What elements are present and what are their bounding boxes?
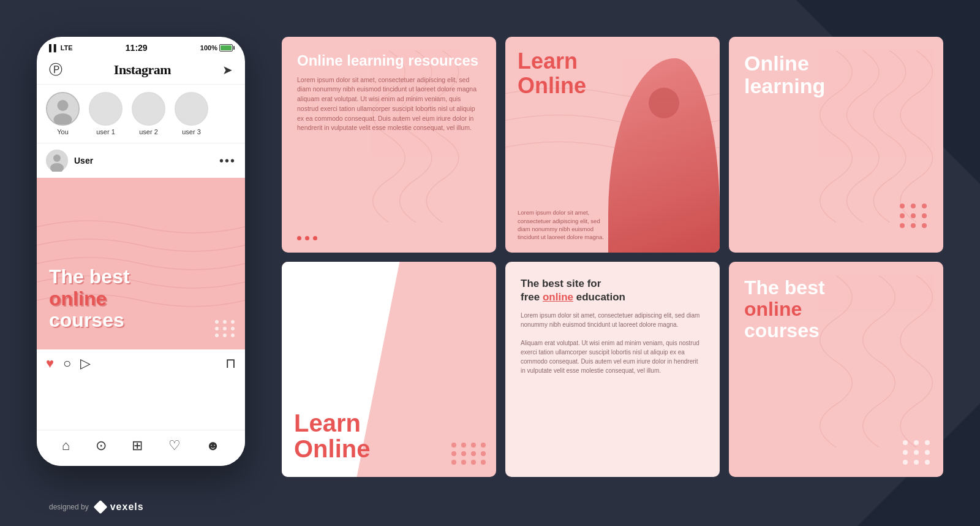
post-actions-left: ♥ ○ ▷ <box>46 356 91 372</box>
post-text-line1: The best <box>49 265 130 288</box>
card-best-online-courses: The best online courses <box>729 262 943 478</box>
vexels-diamond-icon <box>94 500 107 514</box>
dot-pattern <box>215 320 236 337</box>
card-best-site-education: The best site for free online education … <box>505 262 720 478</box>
card-learn-online-diagonal: Learn Online <box>282 262 496 478</box>
heart-nav-icon[interactable]: ♡ <box>168 438 181 454</box>
post-user-left: User <box>46 150 93 172</box>
vexels-branding: designed by vexels <box>49 500 144 514</box>
card-5-title-highlight: online <box>543 291 573 303</box>
send-icon[interactable]: ➤ <box>222 63 233 77</box>
designed-by-label: designed by <box>49 503 89 511</box>
instagram-header: Ⓟ Instagram ➤ <box>37 56 245 85</box>
post-username: User <box>74 156 93 166</box>
card-6-title-white1: The best <box>744 277 928 299</box>
vexels-text: vexels <box>110 501 144 513</box>
battery-indicator: 100% <box>200 44 233 51</box>
battery-fill <box>221 45 232 50</box>
story-label-user3: user 3 <box>182 128 201 135</box>
svg-rect-6 <box>94 500 107 514</box>
post-main-text: The best online courses <box>49 266 233 331</box>
post-actions: ♥ ○ ▷ ⊓ <box>37 349 245 378</box>
profile-icon[interactable]: ☻ <box>206 438 220 454</box>
post-user-avatar <box>46 150 68 172</box>
story-avatar-user2 <box>132 92 165 126</box>
card-5-title-part2: education <box>573 291 625 303</box>
stories-row: You user 1 user 2 user 3 <box>37 85 245 143</box>
card-6-title-red: online <box>744 299 928 320</box>
post-image: The best online courses <box>37 178 245 349</box>
card-learn-online-photo: Learn Online Lorem ipsum dolor sit amet,… <box>505 37 720 253</box>
like-icon[interactable]: ♥ <box>46 356 54 372</box>
home-icon[interactable]: ⌂ <box>62 438 70 454</box>
story-user2[interactable]: user 2 <box>132 92 165 135</box>
signal-indicator: ▌▌ LTE <box>49 44 73 51</box>
story-avatar-you <box>46 92 80 126</box>
svg-point-1 <box>58 100 69 111</box>
card-6-title: The best online courses <box>744 277 928 342</box>
phone-frame: ▌▌ LTE 11:29 100% Ⓟ Instagram ➤ <box>37 37 245 466</box>
story-avatar-user1 <box>89 92 123 126</box>
battery-icon <box>219 44 233 51</box>
card-3-title: Online learning <box>744 52 928 98</box>
phone-mockup: ▌▌ LTE 11:29 100% Ⓟ Instagram ➤ <box>37 37 257 478</box>
story-avatar-user3 <box>175 92 208 126</box>
instagram-logo: Instagram <box>114 62 171 78</box>
post-text-line3: courses <box>49 309 124 331</box>
bottom-navigation: ⌂ ⊙ ⊞ ♡ ☻ <box>37 430 245 466</box>
story-label-you: You <box>57 128 69 135</box>
story-you[interactable]: You <box>46 92 80 135</box>
card-4-title: Learn Online <box>294 410 370 462</box>
story-user3[interactable]: user 3 <box>175 92 208 135</box>
cards-grid: Online learning resources Lorem ipsum do… <box>282 37 943 477</box>
search-nav-icon[interactable]: ⊙ <box>96 438 107 454</box>
comment-icon[interactable]: ○ <box>63 356 71 372</box>
save-icon[interactable]: ⊓ <box>225 356 236 372</box>
time-display: 11:29 <box>126 43 148 53</box>
story-label-user2: user 2 <box>139 128 158 135</box>
post-text-overlay: The best online courses <box>49 266 233 331</box>
status-bar: ▌▌ LTE 11:29 100% <box>37 37 245 56</box>
card-2-title: Learn Online <box>518 49 707 97</box>
more-options-icon[interactable]: ••• <box>219 154 236 168</box>
card-online-learning-resources: Online learning resources Lorem ipsum do… <box>282 37 496 253</box>
card-1-body: Lorem ipsum dolor sit amet, consectetuer… <box>297 75 481 134</box>
card-4-dot-pattern <box>451 443 487 465</box>
card-6-title-white2: courses <box>744 320 928 341</box>
story-label-user1: user 1 <box>96 128 115 135</box>
post-header: User ••• <box>37 143 245 178</box>
camera-icon[interactable]: Ⓟ <box>49 61 62 79</box>
svg-point-4 <box>53 154 61 162</box>
card-1-title: Online learning resources <box>297 52 481 69</box>
story-user1[interactable]: user 1 <box>89 92 123 135</box>
card-6-dot-grid <box>903 440 931 465</box>
post-text-line2: online <box>49 288 107 310</box>
vexels-logo: vexels <box>94 500 144 514</box>
card-1-dot-pattern <box>297 236 318 240</box>
share-icon[interactable]: ▷ <box>80 356 91 372</box>
card-2-body: Lorem ipsum dolor sit amet, consectetuer… <box>518 208 608 241</box>
add-icon[interactable]: ⊞ <box>132 438 143 454</box>
card-3-dot-grid <box>900 204 928 228</box>
card-online-learning-simple: Online learning <box>729 37 943 253</box>
card-5-title: The best site for free online education <box>521 277 704 305</box>
card-5-body: Lorem ipsum dolor sit amet, consectetuer… <box>521 311 704 375</box>
